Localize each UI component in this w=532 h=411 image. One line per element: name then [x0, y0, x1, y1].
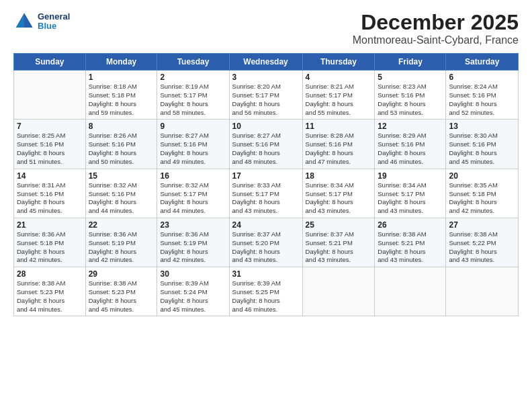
- calendar-cell: 8Sunrise: 8:26 AM Sunset: 5:16 PM Daylig…: [85, 120, 157, 169]
- day-info: Sunrise: 8:34 AM Sunset: 5:17 PM Dayligh…: [378, 181, 443, 216]
- weekday-header: Saturday: [446, 54, 519, 71]
- day-number: 18: [306, 171, 372, 181]
- day-info: Sunrise: 8:27 AM Sunset: 5:16 PM Dayligh…: [160, 132, 226, 166]
- day-info: Sunrise: 8:28 AM Sunset: 5:16 PM Dayligh…: [306, 132, 372, 166]
- day-info: Sunrise: 8:18 AM Sunset: 5:18 PM Dayligh…: [89, 83, 154, 117]
- weekday-header: Thursday: [302, 54, 375, 71]
- day-number: 12: [378, 122, 443, 131]
- calendar-cell: 12Sunrise: 8:29 AM Sunset: 5:16 PM Dayli…: [375, 120, 446, 169]
- calendar-cell: 13Sunrise: 8:30 AM Sunset: 5:16 PM Dayli…: [446, 120, 519, 169]
- calendar-cell: 7Sunrise: 8:25 AM Sunset: 5:16 PM Daylig…: [14, 120, 86, 169]
- day-number: 29: [89, 269, 154, 279]
- day-number: 31: [232, 269, 300, 279]
- day-info: Sunrise: 8:23 AM Sunset: 5:16 PM Dayligh…: [378, 83, 443, 117]
- day-info: Sunrise: 8:37 AM Sunset: 5:21 PM Dayligh…: [306, 230, 372, 265]
- calendar-cell: 18Sunrise: 8:34 AM Sunset: 5:17 PM Dayli…: [302, 169, 375, 218]
- day-info: Sunrise: 8:24 AM Sunset: 5:16 PM Dayligh…: [449, 83, 515, 117]
- calendar-cell: 16Sunrise: 8:32 AM Sunset: 5:17 PM Dayli…: [157, 169, 229, 218]
- logo: General Blue: [13, 11, 70, 32]
- day-info: Sunrise: 8:34 AM Sunset: 5:17 PM Dayligh…: [306, 181, 372, 216]
- day-number: 16: [160, 171, 226, 181]
- calendar-cell: 9Sunrise: 8:27 AM Sunset: 5:16 PM Daylig…: [157, 120, 229, 169]
- calendar-cell: 24Sunrise: 8:37 AM Sunset: 5:20 PM Dayli…: [229, 218, 302, 267]
- weekday-header: Wednesday: [229, 54, 302, 71]
- calendar-cell: 6Sunrise: 8:24 AM Sunset: 5:16 PM Daylig…: [446, 71, 519, 120]
- day-number: 21: [17, 220, 83, 230]
- day-number: 14: [17, 171, 83, 181]
- page-title: December 2025: [353, 11, 519, 34]
- weekday-header: Sunday: [14, 54, 86, 71]
- calendar-table: SundayMondayTuesdayWednesdayThursdayFrid…: [13, 53, 519, 316]
- page: General Blue December 2025 Montmoreau-Sa…: [0, 0, 532, 411]
- header: General Blue December 2025 Montmoreau-Sa…: [13, 11, 519, 46]
- day-info: Sunrise: 8:38 AM Sunset: 5:21 PM Dayligh…: [378, 230, 443, 265]
- day-number: 23: [160, 220, 226, 230]
- day-info: Sunrise: 8:36 AM Sunset: 5:19 PM Dayligh…: [160, 230, 226, 265]
- day-number: 1: [89, 73, 154, 82]
- day-info: Sunrise: 8:19 AM Sunset: 5:17 PM Dayligh…: [160, 83, 226, 117]
- calendar-cell: 10Sunrise: 8:27 AM Sunset: 5:16 PM Dayli…: [229, 120, 302, 169]
- calendar-cell: 28Sunrise: 8:38 AM Sunset: 5:23 PM Dayli…: [14, 267, 86, 316]
- calendar-cell: 1Sunrise: 8:18 AM Sunset: 5:18 PM Daylig…: [85, 71, 157, 120]
- logo-icon: [13, 11, 35, 32]
- day-number: 30: [160, 269, 226, 279]
- calendar-cell: 5Sunrise: 8:23 AM Sunset: 5:16 PM Daylig…: [375, 71, 446, 120]
- day-info: Sunrise: 8:38 AM Sunset: 5:23 PM Dayligh…: [89, 279, 154, 314]
- title-block: December 2025 Montmoreau-Saint-Cybard, F…: [353, 11, 519, 46]
- calendar-header-row: SundayMondayTuesdayWednesdayThursdayFrid…: [14, 54, 519, 71]
- calendar-cell: 14Sunrise: 8:31 AM Sunset: 5:16 PM Dayli…: [14, 169, 86, 218]
- day-number: 17: [232, 171, 300, 181]
- day-info: Sunrise: 8:32 AM Sunset: 5:17 PM Dayligh…: [160, 181, 226, 216]
- calendar-cell: 4Sunrise: 8:21 AM Sunset: 5:17 PM Daylig…: [302, 71, 375, 120]
- day-info: Sunrise: 8:39 AM Sunset: 5:24 PM Dayligh…: [160, 279, 226, 314]
- day-number: 24: [232, 220, 300, 230]
- day-number: 20: [449, 171, 515, 181]
- day-number: 26: [378, 220, 443, 230]
- calendar-cell: 3Sunrise: 8:20 AM Sunset: 5:17 PM Daylig…: [229, 71, 302, 120]
- day-info: Sunrise: 8:26 AM Sunset: 5:16 PM Dayligh…: [89, 132, 154, 166]
- day-info: Sunrise: 8:31 AM Sunset: 5:16 PM Dayligh…: [17, 181, 83, 216]
- calendar-cell: 11Sunrise: 8:28 AM Sunset: 5:16 PM Dayli…: [302, 120, 375, 169]
- page-subtitle: Montmoreau-Saint-Cybard, France: [353, 34, 519, 46]
- day-number: 7: [17, 122, 83, 131]
- day-info: Sunrise: 8:32 AM Sunset: 5:16 PM Dayligh…: [89, 181, 154, 216]
- day-number: 15: [89, 171, 154, 181]
- day-info: Sunrise: 8:30 AM Sunset: 5:16 PM Dayligh…: [449, 132, 515, 166]
- calendar-week-row: 21Sunrise: 8:36 AM Sunset: 5:18 PM Dayli…: [14, 218, 519, 267]
- weekday-header: Friday: [375, 54, 446, 71]
- day-number: 19: [378, 171, 443, 181]
- day-number: 3: [232, 73, 300, 82]
- logo-line1: General: [38, 12, 70, 21]
- calendar-week-row: 14Sunrise: 8:31 AM Sunset: 5:16 PM Dayli…: [14, 169, 519, 218]
- day-number: 13: [449, 122, 515, 131]
- day-info: Sunrise: 8:21 AM Sunset: 5:17 PM Dayligh…: [306, 83, 372, 117]
- day-number: 5: [378, 73, 443, 82]
- calendar-cell: [375, 267, 446, 316]
- calendar-cell: 31Sunrise: 8:39 AM Sunset: 5:25 PM Dayli…: [229, 267, 302, 316]
- day-info: Sunrise: 8:37 AM Sunset: 5:20 PM Dayligh…: [232, 230, 300, 265]
- day-number: 8: [89, 122, 154, 131]
- svg-marker-1: [24, 13, 32, 28]
- day-number: 25: [306, 220, 372, 230]
- day-number: 4: [306, 73, 372, 82]
- calendar-cell: 17Sunrise: 8:33 AM Sunset: 5:17 PM Dayli…: [229, 169, 302, 218]
- day-number: 6: [449, 73, 515, 82]
- day-number: 9: [160, 122, 226, 131]
- calendar-cell: 25Sunrise: 8:37 AM Sunset: 5:21 PM Dayli…: [302, 218, 375, 267]
- calendar-cell: 27Sunrise: 8:38 AM Sunset: 5:22 PM Dayli…: [446, 218, 519, 267]
- day-info: Sunrise: 8:25 AM Sunset: 5:16 PM Dayligh…: [17, 132, 83, 166]
- calendar-cell: 30Sunrise: 8:39 AM Sunset: 5:24 PM Dayli…: [157, 267, 229, 316]
- day-info: Sunrise: 8:38 AM Sunset: 5:22 PM Dayligh…: [449, 230, 515, 265]
- calendar-week-row: 1Sunrise: 8:18 AM Sunset: 5:18 PM Daylig…: [14, 71, 519, 120]
- day-number: 28: [17, 269, 83, 279]
- day-number: 11: [306, 122, 372, 131]
- calendar-cell: 15Sunrise: 8:32 AM Sunset: 5:16 PM Dayli…: [85, 169, 157, 218]
- calendar-cell: 26Sunrise: 8:38 AM Sunset: 5:21 PM Dayli…: [375, 218, 446, 267]
- day-info: Sunrise: 8:20 AM Sunset: 5:17 PM Dayligh…: [232, 83, 300, 117]
- calendar-cell: 2Sunrise: 8:19 AM Sunset: 5:17 PM Daylig…: [157, 71, 229, 120]
- calendar-cell: 21Sunrise: 8:36 AM Sunset: 5:18 PM Dayli…: [14, 218, 86, 267]
- calendar-cell: [446, 267, 519, 316]
- calendar-cell: 23Sunrise: 8:36 AM Sunset: 5:19 PM Dayli…: [157, 218, 229, 267]
- day-info: Sunrise: 8:29 AM Sunset: 5:16 PM Dayligh…: [378, 132, 443, 166]
- day-number: 2: [160, 73, 226, 82]
